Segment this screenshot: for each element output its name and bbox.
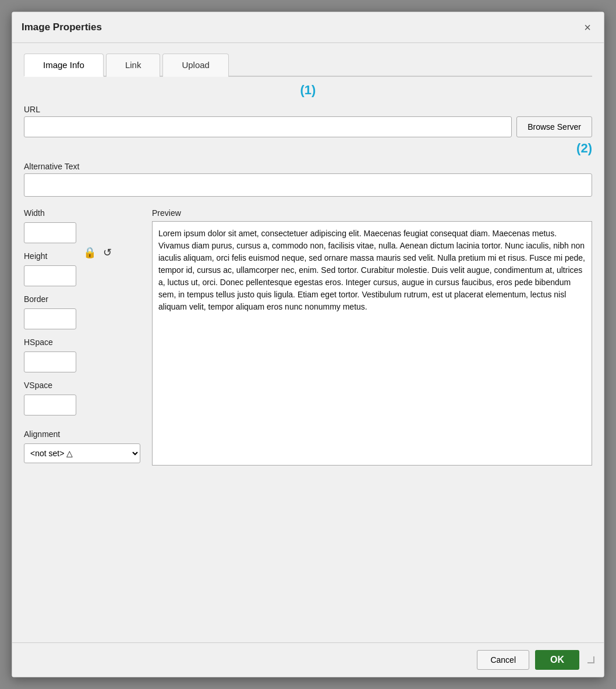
border-input[interactable] — [24, 308, 76, 329]
url-section: URL Browse Server — [24, 105, 592, 137]
vspace-label: VSpace — [24, 381, 140, 390]
size-row: Width Height 🔒 ↺ — [24, 208, 140, 286]
tab-image-info[interactable]: Image Info — [24, 54, 104, 77]
url-input[interactable] — [24, 116, 512, 137]
tab-upload[interactable]: Upload — [162, 54, 229, 77]
image-properties-dialog: Image Properties × Image Info Link Uploa… — [12, 12, 604, 677]
hspace-input[interactable] — [24, 351, 76, 372]
alignment-field-group: Alignment <not set> △ Left Right Center … — [24, 429, 140, 463]
close-button[interactable]: × — [580, 20, 594, 34]
reset-icon: ↺ — [103, 247, 112, 258]
ok-button[interactable]: OK — [535, 650, 579, 670]
hspace-label: HSpace — [24, 338, 140, 347]
width-field-group: Width — [24, 208, 76, 243]
height-label: Height — [24, 251, 76, 261]
url-row: Browse Server — [24, 116, 592, 137]
dialog-header: Image Properties × — [12, 12, 604, 43]
preview-box: Lorem ipsum dolor sit amet, consectetuer… — [152, 221, 592, 466]
alt-text-section: Alternative Text — [24, 162, 592, 197]
dialog-title: Image Properties — [22, 22, 102, 33]
lock-button[interactable]: 🔒 — [82, 245, 97, 260]
alignment-select[interactable]: <not set> △ Left Right Center Top Middle… — [24, 443, 140, 463]
preview-label: Preview — [152, 208, 592, 218]
reset-button[interactable]: ↺ — [102, 245, 113, 260]
border-field-group: Border — [24, 294, 140, 329]
dialog-body: Image Info Link Upload (1) URL Browse Se… — [12, 43, 604, 642]
tab-link[interactable]: Link — [106, 54, 161, 77]
vspace-input[interactable] — [24, 395, 76, 415]
hspace-field-group: HSpace — [24, 338, 140, 372]
right-column: Preview Lorem ipsum dolor sit amet, cons… — [152, 208, 592, 633]
height-input[interactable] — [24, 265, 76, 286]
alignment-label: Alignment — [24, 429, 140, 439]
width-label: Width — [24, 208, 76, 218]
lock-icon: 🔒 — [83, 247, 96, 258]
url-label: URL — [24, 105, 592, 114]
height-field-group: Height — [24, 251, 76, 286]
browse-server-button[interactable]: Browse Server — [516, 116, 592, 137]
tabs-container: Image Info Link Upload — [24, 52, 592, 77]
vspace-field-group: VSpace — [24, 381, 140, 415]
alt-text-label: Alternative Text — [24, 162, 592, 171]
lock-reset-icons: 🔒 ↺ — [82, 245, 113, 260]
alt-text-input[interactable] — [24, 173, 592, 197]
step2-indicator: (2) — [24, 141, 592, 156]
width-input[interactable] — [24, 222, 76, 243]
dialog-footer: Cancel OK — [12, 642, 604, 677]
step1-indicator: (1) — [24, 83, 592, 98]
resize-handle[interactable] — [587, 656, 594, 663]
main-content: Width Height 🔒 ↺ — [24, 208, 592, 633]
border-label: Border — [24, 294, 140, 304]
left-column: Width Height 🔒 ↺ — [24, 208, 140, 633]
cancel-button[interactable]: Cancel — [477, 650, 529, 670]
